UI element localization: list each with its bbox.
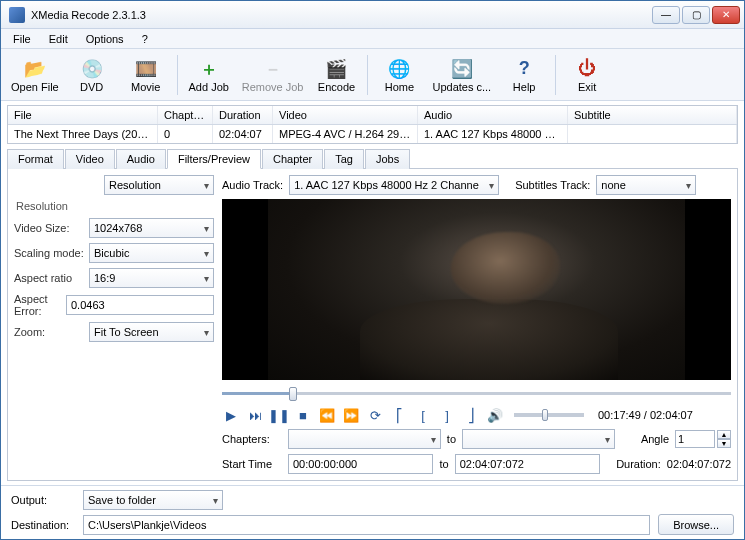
tab-tag[interactable]: Tag bbox=[324, 149, 364, 169]
tab-filters[interactable]: Filters/Preview bbox=[167, 149, 261, 169]
lbl-angle: Angle bbox=[641, 433, 669, 445]
window-title: XMedia Recode 2.3.1.3 bbox=[31, 9, 652, 21]
lbl-start: Start Time bbox=[222, 458, 282, 470]
close-button[interactable]: ✕ bbox=[712, 6, 740, 24]
time-display: 00:17:49 / 02:04:07 bbox=[598, 409, 693, 421]
menu-help[interactable]: ? bbox=[134, 31, 156, 47]
minimize-button[interactable]: — bbox=[652, 6, 680, 24]
cell-video: MPEG-4 AVC / H.264 29.9... bbox=[273, 125, 418, 143]
mark-in-icon[interactable]: ⎡ bbox=[390, 406, 408, 424]
col-video[interactable]: Video bbox=[273, 106, 418, 124]
volume-icon[interactable]: 🔊 bbox=[486, 406, 504, 424]
maximize-button[interactable]: ▢ bbox=[682, 6, 710, 24]
lbl-sub-track: Subtitles Track: bbox=[515, 179, 590, 191]
menu-edit[interactable]: Edit bbox=[41, 31, 76, 47]
spin-down[interactable]: ▼ bbox=[717, 439, 731, 448]
encode-icon: 🎬 bbox=[324, 57, 348, 81]
rewind-button[interactable]: ⏪ bbox=[318, 406, 336, 424]
disc-icon: 💿 bbox=[80, 57, 104, 81]
refresh-icon: 🔄 bbox=[450, 57, 474, 81]
globe-icon: 🌐 bbox=[387, 57, 411, 81]
col-chapters[interactable]: Chapters bbox=[158, 106, 213, 124]
menu-file[interactable]: File bbox=[5, 31, 39, 47]
app-icon bbox=[9, 7, 25, 23]
cell-file: The Next Three Days (2010) MV4 NL ... bbox=[8, 125, 158, 143]
start-time-input[interactable] bbox=[288, 454, 433, 474]
lbl-scaling: Scaling mode: bbox=[14, 247, 89, 259]
loop-button[interactable]: ⟳ bbox=[366, 406, 384, 424]
end-time-input[interactable] bbox=[455, 454, 600, 474]
filter-mode-select[interactable]: Resolution bbox=[104, 175, 214, 195]
lbl-aspecterr: Aspect Error: bbox=[14, 293, 66, 317]
tab-audio[interactable]: Audio bbox=[116, 149, 166, 169]
toolbar-help[interactable]: ?Help bbox=[497, 55, 551, 95]
video-size-select[interactable]: 1024x768 bbox=[89, 218, 214, 238]
audio-track-select[interactable]: 1. AAC 127 Kbps 48000 Hz 2 Channe bbox=[289, 175, 499, 195]
zoom-select[interactable]: Fit To Screen bbox=[89, 322, 214, 342]
angle-input[interactable] bbox=[675, 430, 715, 448]
mark-out-icon[interactable]: ⎦ bbox=[462, 406, 480, 424]
next-button[interactable]: ⏭ bbox=[246, 406, 264, 424]
lbl-video-size: Video Size: bbox=[14, 222, 89, 234]
lbl-zoom: Zoom: bbox=[14, 326, 89, 338]
folder-open-icon: 📂 bbox=[23, 57, 47, 81]
seek-slider[interactable] bbox=[222, 384, 731, 402]
minus-icon: － bbox=[261, 57, 285, 81]
tab-format[interactable]: Format bbox=[7, 149, 64, 169]
bracket-right-icon[interactable]: ] bbox=[438, 406, 456, 424]
plus-icon: ＋ bbox=[197, 57, 221, 81]
lbl-chapters: Chapters: bbox=[222, 433, 282, 445]
exit-icon: ⏻ bbox=[575, 57, 599, 81]
stop-button[interactable]: ■ bbox=[294, 406, 312, 424]
preview-area bbox=[222, 199, 731, 380]
lbl-duration: Duration: bbox=[616, 458, 661, 470]
toolbar-updates[interactable]: 🔄Updates c... bbox=[426, 55, 497, 95]
forward-button[interactable]: ⏩ bbox=[342, 406, 360, 424]
menu-options[interactable]: Options bbox=[78, 31, 132, 47]
chapter-to-select[interactable] bbox=[462, 429, 615, 449]
lbl-to: to bbox=[447, 433, 456, 445]
help-icon: ? bbox=[512, 57, 536, 81]
toolbar-movie[interactable]: 🎞️Movie bbox=[119, 55, 173, 95]
bracket-left-icon[interactable]: [ bbox=[414, 406, 432, 424]
lbl-to2: to bbox=[439, 458, 448, 470]
aspect-error-input[interactable] bbox=[66, 295, 214, 315]
chapter-from-select[interactable] bbox=[288, 429, 441, 449]
section-resolution: Resolution bbox=[16, 200, 214, 212]
separator bbox=[177, 55, 178, 95]
col-audio[interactable]: Audio bbox=[418, 106, 568, 124]
file-row[interactable]: The Next Three Days (2010) MV4 NL ... 0 … bbox=[8, 125, 737, 143]
col-subtitle[interactable]: Subtitle bbox=[568, 106, 737, 124]
lbl-aspect: Aspect ratio bbox=[14, 272, 89, 284]
scaling-select[interactable]: Bicubic bbox=[89, 243, 214, 263]
tab-chapter[interactable]: Chapter bbox=[262, 149, 323, 169]
aspect-select[interactable]: 16:9 bbox=[89, 268, 214, 288]
volume-slider[interactable] bbox=[514, 413, 584, 417]
separator bbox=[367, 55, 368, 95]
pause-button[interactable]: ❚❚ bbox=[270, 406, 288, 424]
destination-input[interactable] bbox=[83, 515, 650, 535]
browse-button[interactable]: Browse... bbox=[658, 514, 734, 535]
lbl-audio-track: Audio Track: bbox=[222, 179, 283, 191]
subtitle-track-select[interactable]: none bbox=[596, 175, 696, 195]
toolbar-dvd[interactable]: 💿DVD bbox=[65, 55, 119, 95]
col-duration[interactable]: Duration bbox=[213, 106, 273, 124]
col-file[interactable]: File bbox=[8, 106, 158, 124]
play-button[interactable]: ▶ bbox=[222, 406, 240, 424]
separator bbox=[555, 55, 556, 95]
cell-subtitle bbox=[568, 125, 737, 143]
cell-audio: 1. AAC 127 Kbps 48000 H... bbox=[418, 125, 568, 143]
toolbar-home[interactable]: 🌐Home bbox=[372, 55, 426, 95]
lbl-destination: Destination: bbox=[11, 519, 75, 531]
tab-jobs[interactable]: Jobs bbox=[365, 149, 410, 169]
toolbar-open-file[interactable]: 📂Open File bbox=[5, 55, 65, 95]
toolbar-remove-job: －Remove Job bbox=[236, 55, 310, 95]
duration-value: 02:04:07:072 bbox=[667, 458, 731, 470]
toolbar-add-job[interactable]: ＋Add Job bbox=[182, 55, 236, 95]
toolbar-encode[interactable]: 🎬Encode bbox=[309, 55, 363, 95]
toolbar-exit[interactable]: ⏻Exit bbox=[560, 55, 614, 95]
lbl-output: Output: bbox=[11, 494, 75, 506]
tab-video[interactable]: Video bbox=[65, 149, 115, 169]
spin-up[interactable]: ▲ bbox=[717, 430, 731, 439]
output-mode-select[interactable]: Save to folder bbox=[83, 490, 223, 510]
